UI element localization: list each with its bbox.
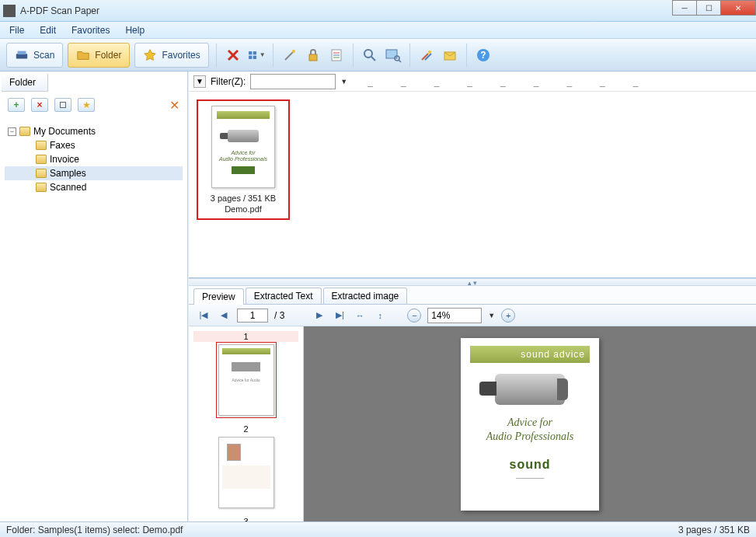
mail-button[interactable] [441,46,459,65]
tree-item-samples[interactable]: Samples [5,166,183,180]
page-thumb-1[interactable]: 1 Advice for Audio [193,331,298,416]
menu-file[interactable]: File [5,23,29,37]
status-right: 3 pages / 351 KB [678,525,750,535]
close-panel-button[interactable]: ✕ [169,98,179,113]
folder-button[interactable]: Folder [68,43,130,68]
tab-extracted-text[interactable]: Extracted Text [246,288,322,304]
page-thumb-2[interactable]: 2 [193,424,298,508]
folder-tab[interactable]: Folder [2,73,48,92]
svg-point-12 [364,50,372,58]
tree-item-faxes[interactable]: Faxes [5,138,183,152]
folder-closed-icon [36,155,47,164]
scanner-icon [15,48,29,62]
wand-icon [282,47,298,63]
filter-placeholders: _________ [368,76,638,87]
folder-panel: Folder + × ★ ✕ − My Documents Faxes Invo… [0,71,188,521]
svg-text:?: ? [480,50,486,61]
window-titlebar: A-PDF Scan Paper ─ ☐ ✕ [0,0,756,22]
fit-height-button[interactable]: ↕ [373,309,387,323]
menu-help[interactable]: Help [120,23,149,37]
search-image-button[interactable] [384,46,402,65]
next-page-button[interactable]: ▶ [312,309,326,323]
close-button[interactable]: ✕ [720,0,756,16]
svg-rect-5 [253,55,256,58]
minimize-button[interactable]: ─ [672,0,697,16]
menu-edit[interactable]: Edit [35,23,61,37]
preview-tabs: Preview Extracted Text Extracted image [189,286,756,305]
fit-width-button[interactable]: ↔ [353,309,367,323]
chevron-down-icon[interactable]: ▼ [488,312,495,319]
plus-icon: + [13,99,19,110]
folder-action-button[interactable] [54,98,71,112]
page-heading: Advice forAudio Professionals [470,416,590,444]
filter-icon[interactable]: ▼ [193,75,206,88]
filter-label: Filter(Z): [211,76,246,87]
image-search-icon [385,47,402,63]
zoom-in-button[interactable]: + [501,309,515,323]
tree-item-scanned[interactable]: Scanned [5,180,183,194]
menu-favorites[interactable]: Favorites [67,23,114,37]
remove-folder-button[interactable]: × [31,98,48,112]
connector-graphic-icon [495,374,565,405]
folder-tree: − My Documents Faxes Invoice Samples Sca… [0,118,187,521]
zoom-out-button[interactable]: − [407,309,421,323]
page-footer: ━━━━━━━━━━━━━━━━━━ [470,476,590,480]
status-left: Folder: Samples(1 items) select: Demo.pd… [6,525,183,535]
tools-button[interactable] [417,46,436,65]
square-icon [60,102,66,108]
pane-splitter[interactable]: ▴ ▾ [189,278,756,286]
filter-input[interactable] [250,74,336,89]
folder-star-button[interactable]: ★ [78,98,95,112]
star-small-icon: ★ [82,99,91,110]
svg-rect-3 [253,51,256,54]
thumbnail-name: Demo.pdf [201,204,285,214]
favorites-button[interactable]: Favorites [134,43,208,68]
preview-viewport[interactable]: sound advice Advice forAudio Professiona… [304,326,756,521]
tree-item-invoice[interactable]: Invoice [5,152,183,166]
view-mode-button[interactable]: ▼ [247,46,266,65]
svg-rect-2 [249,51,252,54]
star-icon [143,48,157,62]
status-bar: Folder: Samples(1 items) select: Demo.pd… [0,521,756,537]
last-page-button[interactable]: ▶| [333,309,347,323]
svg-point-6 [292,50,295,53]
first-page-button[interactable]: |◀ [197,309,211,323]
expander-icon[interactable]: − [8,127,16,136]
delete-button[interactable] [224,46,242,65]
document-gallery: Advice forAudio Professionals 3 pages / … [189,92,756,278]
scan-button[interactable]: Scan [6,43,63,68]
page-mini-icon [218,437,274,508]
folder-toolbar: + × ★ ✕ [0,92,187,118]
document-thumbnail[interactable]: Advice forAudio Professionals 3 pages / … [197,99,290,220]
main-toolbar: Scan Folder Favorites ▼ ? [0,39,756,71]
folder-closed-icon [36,141,47,150]
page-thumbnail-strip: 1 Advice for Audio 2 3 [189,326,304,521]
page-number-input[interactable] [237,309,268,323]
prev-page-button[interactable]: ◀ [217,309,231,323]
add-folder-button[interactable]: + [8,98,25,112]
page-preview-icon: Advice forAudio Professionals [211,106,275,188]
tab-extracted-image[interactable]: Extracted image [323,288,408,304]
preview-toolbar: |◀ ◀ / 3 ▶ ▶| ↔ ↕ − ▼ + [189,305,756,326]
folder-closed-icon [19,127,30,136]
lock-button[interactable] [304,46,322,65]
form-icon [329,47,344,63]
filter-bar: ▼ Filter(Z): ▼ _________ [189,71,756,92]
tree-root[interactable]: − My Documents [5,124,183,138]
x-icon [225,47,241,63]
maximize-button[interactable]: ☐ [696,0,721,16]
svg-rect-4 [249,55,252,58]
tools-icon [419,47,434,63]
app-icon [3,5,16,17]
form-button[interactable] [327,46,346,65]
page-thumb-3[interactable]: 3 [193,516,298,521]
wand-button[interactable] [280,46,299,65]
zoom-select[interactable] [427,308,482,323]
zoom-button[interactable] [361,46,379,65]
help-button[interactable]: ? [474,46,493,65]
tab-preview[interactable]: Preview [193,288,244,305]
menu-bar: File Edit Favorites Help [0,22,756,39]
mail-icon [442,47,458,63]
window-title: A-PDF Scan Paper [20,5,99,16]
chevron-down-icon[interactable]: ▼ [340,78,347,85]
